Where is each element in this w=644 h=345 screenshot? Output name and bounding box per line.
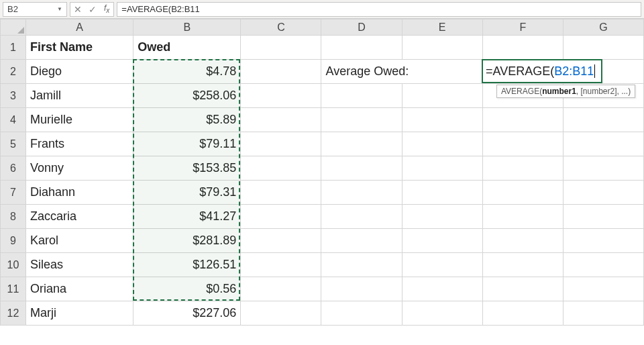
cell[interactable] xyxy=(321,253,402,277)
row-header[interactable]: 11 xyxy=(1,277,26,301)
cell-B3[interactable]: $258.06 xyxy=(133,84,241,108)
col-header-D[interactable]: D xyxy=(321,19,402,36)
select-all-corner[interactable] xyxy=(1,19,26,36)
cell[interactable] xyxy=(321,205,402,229)
cell-B9[interactable]: $281.89 xyxy=(133,229,241,253)
row-header[interactable]: 7 xyxy=(1,181,26,205)
cell[interactable] xyxy=(563,277,643,301)
cell-B10[interactable]: $126.51 xyxy=(133,253,241,277)
cell[interactable] xyxy=(402,84,482,108)
cell-B11[interactable]: $0.56 xyxy=(133,277,241,301)
cell[interactable] xyxy=(241,84,321,108)
cell[interactable] xyxy=(241,108,321,132)
cell-B1[interactable]: Owed xyxy=(133,36,241,60)
row-header[interactable]: 5 xyxy=(1,132,26,156)
cell-A7[interactable]: Diahann xyxy=(26,181,133,205)
cell-C1[interactable] xyxy=(241,36,321,60)
col-header-B[interactable]: B xyxy=(133,19,241,36)
confirm-icon[interactable]: ✓ xyxy=(88,4,97,15)
cell-A1[interactable]: First Name xyxy=(26,36,133,60)
cell[interactable] xyxy=(482,253,563,277)
cell-A8[interactable]: Zaccaria xyxy=(26,205,133,229)
cell[interactable] xyxy=(563,229,643,253)
cancel-icon[interactable]: ✕ xyxy=(73,4,83,15)
cell[interactable] xyxy=(402,108,482,132)
cell-B4[interactable]: $5.89 xyxy=(133,108,241,132)
cell-A2[interactable]: Diego xyxy=(26,60,133,84)
cell-A11[interactable]: Oriana xyxy=(26,277,133,301)
cell[interactable] xyxy=(402,156,482,181)
cell[interactable] xyxy=(241,253,321,277)
cell-A5[interactable]: Frants xyxy=(26,132,133,156)
cell-A10[interactable]: Sileas xyxy=(26,253,133,277)
dropdown-icon[interactable]: ▼ xyxy=(57,6,62,12)
row-header[interactable]: 3 xyxy=(1,84,26,108)
cell[interactable] xyxy=(321,132,402,156)
cell[interactable] xyxy=(321,277,402,301)
cell-A9[interactable]: Karol xyxy=(26,229,133,253)
cell-D2[interactable]: Average Owed: xyxy=(321,60,482,84)
cell[interactable] xyxy=(563,181,643,205)
cell[interactable] xyxy=(402,132,482,156)
cell[interactable] xyxy=(563,156,643,181)
cell[interactable] xyxy=(241,301,321,326)
cell[interactable] xyxy=(482,229,563,253)
cell-B7[interactable]: $79.31 xyxy=(133,181,241,205)
cell[interactable] xyxy=(241,277,321,301)
cell[interactable] xyxy=(241,205,321,229)
cell-D1[interactable] xyxy=(321,36,402,60)
cell-A4[interactable]: Murielle xyxy=(26,108,133,132)
cell[interactable] xyxy=(402,253,482,277)
cell-G1[interactable] xyxy=(563,36,643,60)
cell[interactable] xyxy=(402,229,482,253)
cell[interactable] xyxy=(321,181,402,205)
col-header-E[interactable]: E xyxy=(402,19,482,36)
cell[interactable] xyxy=(321,229,402,253)
row-header[interactable]: 4 xyxy=(1,108,26,132)
cell-A6[interactable]: Vonny xyxy=(26,156,133,181)
cell[interactable] xyxy=(321,301,402,326)
col-header-F[interactable]: F xyxy=(482,19,563,36)
cell[interactable] xyxy=(482,301,563,326)
row-header[interactable]: 9 xyxy=(1,229,26,253)
cell[interactable] xyxy=(241,181,321,205)
cell[interactable] xyxy=(241,132,321,156)
cell[interactable] xyxy=(563,253,643,277)
col-header-A[interactable]: A xyxy=(26,19,133,36)
cell[interactable] xyxy=(321,84,402,108)
row-header[interactable]: 8 xyxy=(1,205,26,229)
cell[interactable] xyxy=(241,156,321,181)
cell-C2[interactable] xyxy=(241,60,321,84)
cell[interactable] xyxy=(482,132,563,156)
cell[interactable] xyxy=(482,181,563,205)
cell[interactable] xyxy=(482,108,563,132)
cell[interactable] xyxy=(563,108,643,132)
fx-icon[interactable]: fx xyxy=(104,3,109,14)
cell[interactable] xyxy=(402,301,482,326)
row-header[interactable]: 6 xyxy=(1,156,26,181)
cell[interactable] xyxy=(402,205,482,229)
cell[interactable] xyxy=(321,108,402,132)
cell-A12[interactable]: Marji xyxy=(26,301,133,326)
cell-A3[interactable]: Jamill xyxy=(26,84,133,108)
cell[interactable] xyxy=(482,205,563,229)
cell[interactable] xyxy=(482,277,563,301)
name-box[interactable]: B2 ▼ xyxy=(3,2,67,17)
cell-E1[interactable] xyxy=(402,36,482,60)
col-header-C[interactable]: C xyxy=(241,19,321,36)
row-header[interactable]: 10 xyxy=(1,253,26,277)
cell[interactable] xyxy=(402,181,482,205)
row-header[interactable]: 12 xyxy=(1,301,26,326)
formula-input[interactable]: =AVERAGE(B2:B11 xyxy=(117,2,641,17)
cell[interactable] xyxy=(563,132,643,156)
cell[interactable] xyxy=(321,156,402,181)
row-header[interactable]: 1 xyxy=(1,36,26,60)
col-header-G[interactable]: G xyxy=(563,19,643,36)
cell-B8[interactable]: $41.27 xyxy=(133,205,241,229)
cell-B6[interactable]: $153.85 xyxy=(133,156,241,181)
cell[interactable] xyxy=(241,229,321,253)
cell-B12[interactable]: $227.06 xyxy=(133,301,241,326)
cell[interactable] xyxy=(563,301,643,326)
row-header[interactable]: 2 xyxy=(1,60,26,84)
cell-B5[interactable]: $79.11 xyxy=(133,132,241,156)
